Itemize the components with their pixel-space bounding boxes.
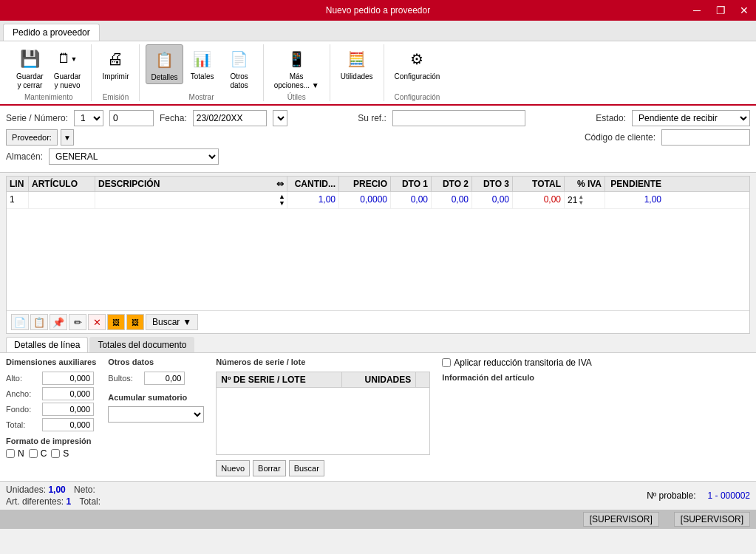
window-controls: ─ ❐ ✕ [685, 0, 756, 21]
suref-input[interactable] [392, 110, 525, 126]
fecha-dropdown[interactable] [273, 110, 287, 126]
emision-buttons: 🖨 Imprimir [98, 44, 133, 92]
totales-icon: 📊 [189, 46, 216, 72]
checkbox-s-label: S [63, 448, 69, 459]
checkbox-n-input[interactable] [6, 449, 15, 458]
cell-iva[interactable]: 21 ▲ ▼ [565, 192, 605, 208]
detalles-label: Detalles [151, 73, 177, 82]
art-diferentes-value: 1 [66, 496, 71, 507]
info-articulo-title: Información del artículo [442, 373, 750, 382]
estado-label: Estado: [596, 113, 626, 123]
details-main-row: Dimensiones auxiliares Alto: Ancho: Fond… [6, 358, 750, 476]
borrar-btn[interactable]: Borrar [253, 460, 286, 476]
fondo-input[interactable] [42, 403, 94, 416]
totales-button[interactable]: 📊 Totales [185, 44, 220, 83]
restore-button[interactable]: ❐ [709, 0, 732, 21]
guardar-cerrar-button[interactable]: 💾 Guardary cerrar [12, 44, 48, 92]
status-left: [SUPERVISOR] [583, 512, 659, 527]
guardar-nuevo-label: Guardary nuevo [54, 72, 81, 90]
mantenimiento-buttons: 💾 Guardary cerrar 🗒▼ Guardary nuevo [12, 44, 85, 92]
lot-buttons: Nuevo Borrar Buscar [216, 460, 430, 476]
main-tab[interactable]: Pedido a proveedor [3, 24, 100, 41]
new-row-button[interactable]: 📄 [11, 314, 29, 330]
otros-datos-button[interactable]: 📄 Otrosdatos [222, 44, 257, 92]
reduccion-checkbox-input[interactable] [442, 358, 451, 367]
iva-cell: 21 ▲ ▼ [568, 194, 602, 206]
cell-pendiente[interactable]: 1,00 [605, 192, 664, 208]
checkbox-n[interactable]: N [6, 448, 24, 459]
checkbox-s[interactable]: S [51, 448, 69, 459]
cell-precio[interactable]: 0,0000 [339, 192, 391, 208]
footer-right: Nº probable: 1 - 000002 [647, 490, 750, 501]
buscar-lot-btn[interactable]: Buscar [289, 460, 324, 476]
delete-button[interactable]: ✕ [88, 314, 106, 330]
unidades-row: Unidades: 1,00 Neto: [6, 485, 101, 495]
alto-input[interactable] [42, 372, 94, 385]
estado-select[interactable]: Pendiente de recibir [632, 110, 750, 126]
serie-select[interactable]: 1 [74, 110, 103, 126]
proveedor-arrow[interactable]: ▼ [61, 129, 74, 146]
acumular-select[interactable] [108, 406, 204, 423]
checkbox-c[interactable]: C [29, 448, 47, 459]
proveedor-button[interactable]: Proveedor: [6, 129, 58, 146]
bultos-label: Bultos: [108, 374, 141, 383]
close-button[interactable]: ✕ [732, 0, 756, 21]
minimize-button[interactable]: ─ [685, 0, 709, 21]
utilidades-button[interactable]: 🧮 Utilidades [336, 44, 378, 92]
edit-button[interactable]: ✏ [69, 314, 86, 330]
desc-scroll[interactable]: ▲ ▼ [279, 194, 285, 207]
otros-datos-title: Otros datos [108, 358, 204, 366]
orange-button-2[interactable]: 🖼 [126, 314, 144, 330]
col-dto3: DTO 3 [472, 177, 513, 191]
bultos-input[interactable] [144, 372, 185, 385]
cod-cliente-label: Código de cliente: [585, 132, 655, 143]
cell-dto3[interactable]: 0,00 [472, 192, 513, 208]
cell-descripcion[interactable]: ▲ ▼ [95, 192, 287, 208]
total-dim-input[interactable] [42, 418, 94, 431]
guardar-nuevo-button[interactable]: 🗒▼ Guardary nuevo [50, 44, 86, 92]
art-row: Art. diferentes: 1 Total: [6, 496, 101, 507]
info-articulo-section: Aplicar reducción transitoria de IVA Inf… [442, 358, 750, 385]
alto-row: Alto: [6, 372, 96, 385]
mas-opciones-button[interactable]: 📱 Másopciones... ▼ [270, 44, 324, 92]
checkbox-s-input[interactable] [51, 449, 60, 458]
cell-dto1[interactable]: 0,00 [391, 192, 432, 208]
tab-totales-documento[interactable]: Totales del documento [89, 337, 194, 352]
cell-dto2[interactable]: 0,00 [432, 192, 472, 208]
nuevo-btn[interactable]: Nuevo [216, 460, 250, 476]
imprimir-label: Imprimir [102, 72, 129, 90]
col-cantidad: CANTID... [287, 177, 339, 191]
copy-button[interactable]: 📋 [30, 314, 48, 330]
checkbox-c-input[interactable] [29, 449, 38, 458]
fecha-input[interactable] [193, 110, 267, 126]
imprimir-button[interactable]: 🖨 Imprimir [98, 44, 133, 92]
configuracion-button[interactable]: ⚙ Configuración [390, 44, 445, 92]
cell-total[interactable]: 0,00 [513, 192, 565, 208]
dimensiones-title: Dimensiones auxiliares [6, 358, 96, 366]
mostrar-buttons: 📋 Detalles 📊 Totales 📄 Otrosdatos [146, 44, 256, 92]
ribbon-group-mostrar: 📋 Detalles 📊 Totales 📄 Otrosdatos Mostra… [140, 44, 263, 101]
almacen-select[interactable]: GENERAL [49, 148, 219, 165]
imprimir-icon: 🖨 [102, 46, 129, 72]
ribbon-group-utilidades: 🧮 Utilidades [330, 44, 384, 101]
info-header: Aplicar reducción transitoria de IVA [442, 358, 750, 368]
buscar-button[interactable]: Buscar ▼ [146, 314, 198, 330]
cod-cliente-input[interactable] [661, 129, 750, 146]
configuracion-buttons: ⚙ Configuración [390, 44, 445, 92]
col-total: TOTAL [513, 177, 565, 191]
table-row[interactable]: 1 ▲ ▼ 1,00 0,0000 0,00 0,00 0,00 0,00 21 [7, 192, 749, 209]
iva-down[interactable]: ▼ [578, 200, 584, 206]
detalles-button[interactable]: 📋 Detalles [146, 44, 183, 84]
orange-button-1[interactable]: 🖼 [107, 314, 125, 330]
cell-cantidad[interactable]: 1,00 [287, 192, 339, 208]
paste-button[interactable]: 📌 [50, 314, 67, 330]
ancho-input[interactable] [42, 387, 94, 400]
reduccion-checkbox[interactable]: Aplicar reducción transitoria de IVA [442, 358, 592, 368]
numero-input[interactable] [109, 110, 154, 126]
cell-articulo[interactable] [29, 192, 95, 208]
form-area: Serie / Número: 1 Fecha: Su ref.: Estado… [0, 106, 756, 173]
iva-spinner[interactable]: ▲ ▼ [578, 194, 584, 206]
acumular-section: Acumular sumatorio [108, 393, 204, 423]
col-desc-resize[interactable]: ⇔ [276, 179, 284, 189]
tab-detalles-linea[interactable]: Detalles de línea [6, 337, 88, 352]
